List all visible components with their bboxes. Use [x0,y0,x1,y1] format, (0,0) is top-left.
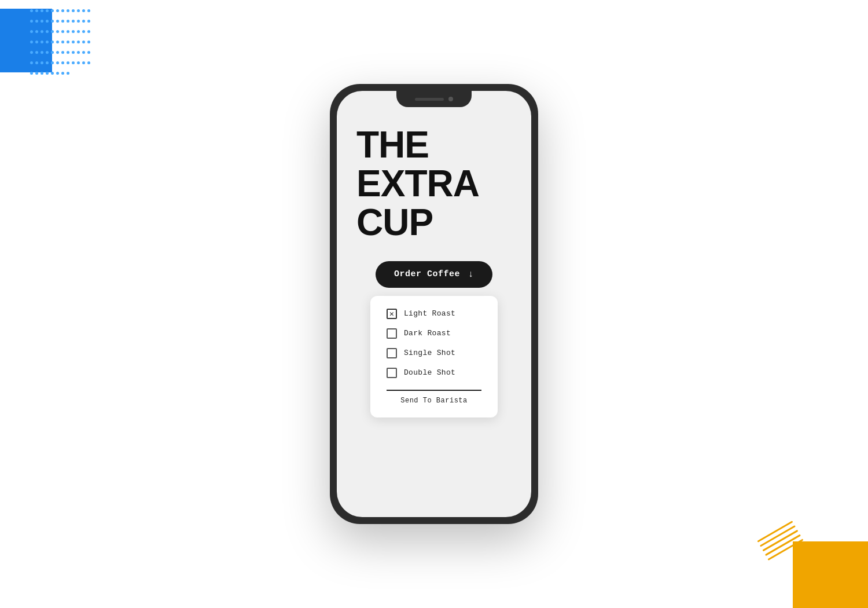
dot [30,20,33,23]
dot [56,9,59,12]
dot [46,41,49,43]
dot [30,9,33,12]
dot [56,61,59,64]
dot [46,61,49,64]
dot [35,9,38,12]
dot [35,72,38,75]
gold-rect-deco [793,541,868,608]
order-coffee-button[interactable]: Order Coffee ↓ [376,261,492,288]
deco-top-left: // Render dots inline via JS [0,0,81,69]
dot [87,41,90,43]
dot [87,9,90,12]
dot [51,41,54,43]
dot [46,72,49,75]
dot [51,20,54,23]
dot [56,41,59,43]
dot [41,9,43,12]
dots-deco: // Render dots inline via JS [29,6,93,67]
dot [41,61,43,64]
dot [82,9,85,12]
dot [72,9,75,12]
dot [61,51,64,54]
dot [41,41,43,43]
dot [35,61,38,64]
dot [30,61,33,64]
checkbox-dark-roast[interactable] [387,328,397,339]
dot [77,41,80,43]
dot [77,9,80,12]
checkbox-light-roast[interactable]: ✕ [387,309,397,319]
dot [30,72,33,75]
dot [61,30,64,33]
dot [77,61,80,64]
dot [41,72,43,75]
dot [87,20,90,23]
notch-speaker [415,98,444,101]
phone-mockup: THE EXTRA CUP Order Coffee ↓ ✕ Light Roa… [330,84,538,524]
dot [82,30,85,33]
dot [35,51,38,54]
dot [77,30,80,33]
dot [46,51,49,54]
label-dark-roast: Dark Roast [404,329,451,338]
checkbox-item-single-shot[interactable]: Single Shot [387,348,481,358]
send-to-barista-button[interactable]: Send To Barista [400,397,468,405]
dot [41,51,43,54]
dot [87,30,90,33]
phone-notch [396,91,472,107]
dot [51,72,54,75]
dot [61,20,64,23]
checkbox-item-light-roast[interactable]: ✕ Light Roast [387,309,481,319]
app-title: THE EXTRA CUP [351,126,479,243]
dot [67,30,69,33]
dot [87,51,90,54]
dot [67,72,69,75]
dot [56,72,59,75]
dot [82,51,85,54]
dot [82,61,85,64]
order-button-arrow: ↓ [468,269,474,280]
dot [77,51,80,54]
title-line1: THE [356,124,429,166]
dot [46,30,49,33]
phone-frame: THE EXTRA CUP Order Coffee ↓ ✕ Light Roa… [330,84,538,524]
notch-camera [448,97,453,101]
checkbox-single-shot[interactable] [387,348,397,358]
dot [61,72,64,75]
dot [35,20,38,23]
dot [30,41,33,43]
checkbox-double-shot[interactable] [387,368,397,378]
label-light-roast: Light Roast [404,309,455,318]
checkbox-item-double-shot[interactable]: Double Shot [387,368,481,378]
dot [56,51,59,54]
send-button-wrapper: Send To Barista [387,390,481,405]
dot [46,20,49,23]
dot [46,9,49,12]
dot [67,51,69,54]
dot [51,9,54,12]
dot [56,30,59,33]
dot [35,30,38,33]
dot [30,51,33,54]
dot [61,9,64,12]
label-single-shot: Single Shot [404,349,455,357]
dot [77,20,80,23]
order-coffee-label: Order Coffee [394,269,460,279]
dot [61,41,64,43]
dot [72,41,75,43]
dot [72,61,75,64]
dot [67,41,69,43]
phone-screen: THE EXTRA CUP Order Coffee ↓ ✕ Light Roa… [337,91,531,517]
dot [67,9,69,12]
title-line2: EXTRA [356,163,479,204]
dot [72,20,75,23]
dot [72,51,75,54]
coffee-options-dropdown: ✕ Light Roast Dark Roast Single Shot Dou… [370,296,498,417]
dot [67,20,69,23]
app-content: THE EXTRA CUP Order Coffee ↓ ✕ Light Roa… [337,91,531,517]
dot [30,30,33,33]
dot [72,30,75,33]
dot [56,20,59,23]
checkbox-item-dark-roast[interactable]: Dark Roast [387,328,481,339]
label-double-shot: Double Shot [404,368,455,377]
